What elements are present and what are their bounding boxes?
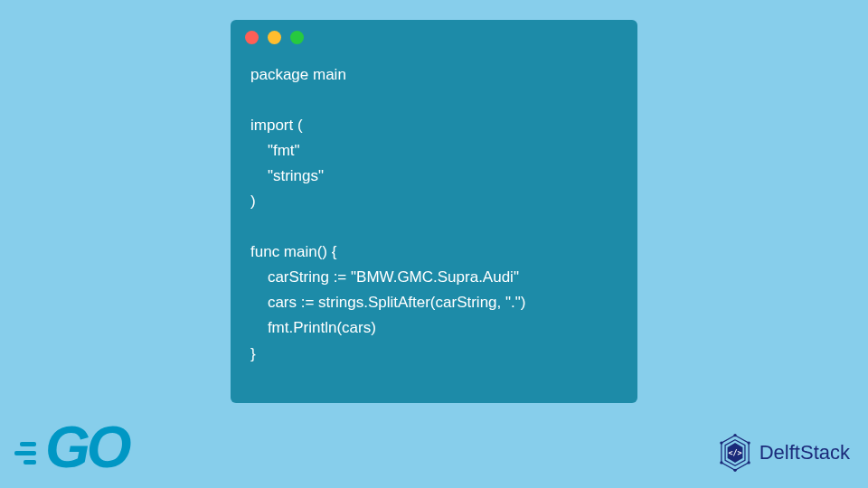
- maximize-icon[interactable]: [290, 31, 304, 44]
- minimize-icon[interactable]: [268, 31, 281, 44]
- svg-text:</>: </>: [728, 448, 741, 457]
- code-window: package main import ( "fmt" "strings" ) …: [231, 20, 637, 403]
- delftstack-logo-text: DelftStack: [760, 441, 850, 465]
- svg-point-4: [733, 434, 736, 436]
- window-titlebar: [231, 31, 637, 55]
- code-content: package main import ( "fmt" "strings" ) …: [231, 55, 637, 383]
- go-logo-text: GO: [45, 414, 128, 481]
- svg-point-7: [733, 469, 736, 472]
- svg-point-8: [720, 461, 722, 464]
- svg-point-6: [747, 461, 750, 464]
- delftstack-logo: </> DelftStack: [716, 434, 850, 472]
- close-icon[interactable]: [245, 31, 259, 44]
- go-logo: GO: [7, 414, 128, 481]
- go-speed-lines-icon: [7, 431, 36, 465]
- delftstack-icon: </>: [716, 434, 754, 472]
- svg-point-5: [747, 441, 750, 444]
- svg-point-9: [720, 441, 722, 444]
